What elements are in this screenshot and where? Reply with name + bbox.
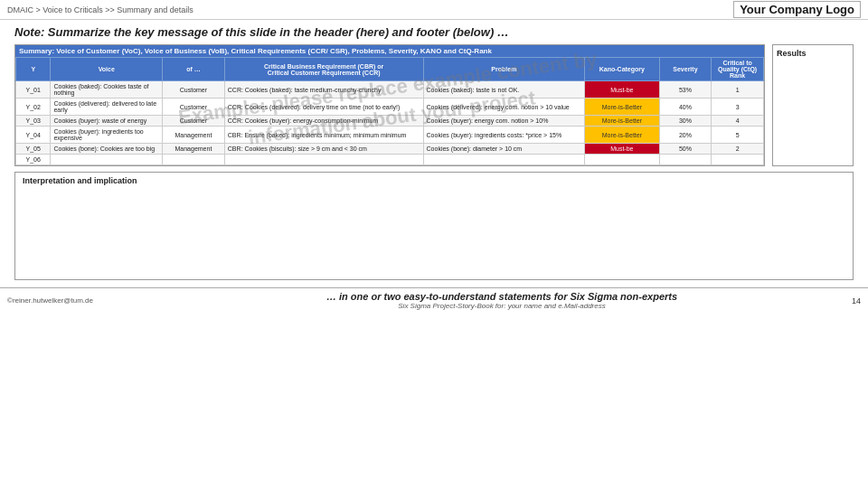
table-row: Y_04 Cookies (buyer): ingredients too ex… <box>16 127 764 144</box>
cell-of: Customer <box>163 81 225 99</box>
table-row: Y_06 <box>16 155 764 165</box>
cell-ctq: 2 <box>712 144 764 155</box>
table-row: Y_02 Cookies (delivered): delivered to l… <box>16 99 764 116</box>
cell-voice: Cookies (buyer): waste of energy <box>51 116 163 127</box>
cell-ctq: 4 <box>712 116 764 127</box>
table-row: Y_05 Cookies (bone): Cookies are too big… <box>16 144 764 155</box>
footer-center: … in one or two easy-to-understand state… <box>170 291 834 310</box>
cell-cbr: CCR: Cookies (delivered): delivery time … <box>224 99 423 116</box>
cell-y: Y_01 <box>16 81 51 99</box>
cell-voice: Cookies (delivered): delivered to late e… <box>51 99 163 116</box>
cell-cbr: CBR: Cookies (biscuits): size > 9 cm and… <box>224 144 423 155</box>
cell-cbr: CBR: Ensure (baked): ingredients minimum… <box>224 127 423 144</box>
cell-of: Customer <box>163 99 225 116</box>
interpretation-section: Interpretation and implication <box>14 172 854 280</box>
cell-problem: Cookies (bone): diameter > 10 cm <box>423 144 585 155</box>
cell-y: Y_02 <box>16 99 51 116</box>
cell-problem: Cookies (buyer): energy com. notion > 10… <box>423 116 585 127</box>
cell-of: Management <box>163 144 225 155</box>
cell-y: Y_04 <box>16 127 51 144</box>
cell-severity: 50% <box>659 144 712 155</box>
cell-y: Y_06 <box>16 155 51 165</box>
table-body: Y_01 Cookies (baked): Cookies taste of n… <box>16 81 764 165</box>
cell-kano <box>585 155 659 165</box>
footer-page-number: 14 <box>834 296 861 305</box>
cell-severity: 40% <box>659 99 712 116</box>
cell-of: Customer <box>163 116 225 127</box>
col-header-of: of … <box>163 58 225 81</box>
breadcrumb: DMAIC > Voice to Criticals >> Summary an… <box>7 5 193 14</box>
cell-problem <box>423 155 585 165</box>
col-header-severity: Severity <box>659 58 712 81</box>
table-section: Summary: Voice of Customer (VoC), Voice … <box>14 44 854 166</box>
col-header-ctq: Critical to Quality (CtQ) Rank <box>712 58 764 81</box>
interpretation-title: Interpretation and implication <box>23 176 137 185</box>
cell-kano: Must-be <box>585 81 659 99</box>
col-header-cbr: Critical Business Requirement (CBR) orCr… <box>224 58 423 81</box>
footer-left: ©reiner.hutwelker@tum.de <box>7 296 170 305</box>
cell-y: Y_03 <box>16 116 51 127</box>
table-wrapper: Summary: Voice of Customer (VoC), Voice … <box>14 44 765 166</box>
col-header-y: Y <box>16 58 51 81</box>
table-title: Summary: Voice of Customer (VoC), Voice … <box>15 45 764 57</box>
cell-kano: More-is-Better <box>585 99 659 116</box>
cell-problem: Cookies (baked): taste is not OK. <box>423 81 585 99</box>
cell-ctq: 5 <box>712 127 764 144</box>
cell-of: Management <box>163 127 225 144</box>
cell-cbr: CCR: Cookies (buyer): energy-consumption… <box>224 116 423 127</box>
cell-voice: Cookies (bone): Cookies are too big <box>51 144 163 155</box>
cell-severity: 30% <box>659 116 712 127</box>
cell-ctq: 3 <box>712 99 764 116</box>
cell-kano: Must-be <box>585 144 659 155</box>
cell-severity <box>659 155 712 165</box>
summary-table: Y Voice of … Critical Business Requireme… <box>15 57 764 165</box>
cell-voice <box>51 155 163 165</box>
cell-problem: Cookies (buyer): ingredients costs: *pri… <box>423 127 585 144</box>
cell-voice: Cookies (baked): Cookies taste of nothin… <box>51 81 163 99</box>
footer-center-main: … in one or two easy-to-understand state… <box>170 291 834 302</box>
results-panel: Results <box>772 44 854 166</box>
cell-cbr <box>224 155 423 165</box>
col-header-voice: Voice <box>51 58 163 81</box>
cell-problem: Cookies (delivered): energy com. notion … <box>423 99 585 116</box>
cell-of <box>163 155 225 165</box>
cell-cbr: CCR: Cookies (baked): taste medium-crunc… <box>224 81 423 99</box>
table-header-row: Y Voice of … Critical Business Requireme… <box>16 58 764 81</box>
cell-severity: 53% <box>659 81 712 99</box>
cell-ctq <box>712 155 764 165</box>
cell-ctq: 1 <box>712 81 764 99</box>
main-content: Note: Summarize the key message of this … <box>0 20 868 287</box>
cell-voice: Cookies (buyer): ingredients too expensi… <box>51 127 163 144</box>
footer-center-sub: Six Sigma Project-Story-Book for: your n… <box>170 302 834 310</box>
table-row: Y_01 Cookies (baked): Cookies taste of n… <box>16 81 764 99</box>
cell-kano: More-is-Better <box>585 127 659 144</box>
company-logo: Your Company Logo <box>733 1 861 18</box>
top-bar: DMAIC > Voice to Criticals >> Summary an… <box>0 0 868 20</box>
col-header-kano: Kano-Category <box>585 58 659 81</box>
cell-y: Y_05 <box>16 144 51 155</box>
note-heading: Note: Summarize the key message of this … <box>14 25 854 39</box>
cell-kano: More-is-Better <box>585 116 659 127</box>
results-title: Results <box>777 49 807 58</box>
footer-email: ©reiner.hutwelker@tum.de <box>7 296 93 305</box>
table-row: Y_03 Cookies (buyer): waste of energy Cu… <box>16 116 764 127</box>
footer: ©reiner.hutwelker@tum.de … in one or two… <box>0 287 868 313</box>
col-header-problem: Problem <box>423 58 585 81</box>
cell-severity: 20% <box>659 127 712 144</box>
